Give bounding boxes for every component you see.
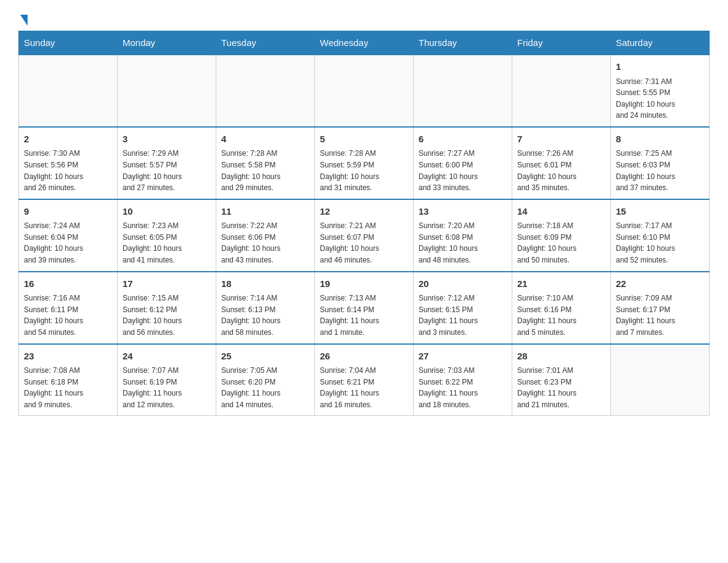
day-info: Sunrise: 7:21 AM Sunset: 6:07 PM Dayligh… bbox=[320, 220, 408, 266]
calendar-day-cell bbox=[315, 55, 414, 127]
day-number: 22 bbox=[616, 277, 704, 291]
day-info: Sunrise: 7:25 AM Sunset: 6:03 PM Dayligh… bbox=[616, 148, 704, 193]
day-info: Sunrise: 7:04 AM Sunset: 6:21 PM Dayligh… bbox=[320, 365, 408, 410]
day-number: 18 bbox=[221, 277, 309, 291]
calendar-day-cell: 13Sunrise: 7:20 AM Sunset: 6:08 PM Dayli… bbox=[414, 199, 512, 272]
weekday-header-thursday: Thursday bbox=[414, 31, 512, 55]
calendar-day-cell: 26Sunrise: 7:04 AM Sunset: 6:21 PM Dayli… bbox=[315, 344, 414, 416]
calendar-day-cell: 4Sunrise: 7:28 AM Sunset: 5:58 PM Daylig… bbox=[216, 127, 315, 199]
weekday-header-friday: Friday bbox=[512, 31, 611, 55]
calendar-day-cell: 14Sunrise: 7:18 AM Sunset: 6:09 PM Dayli… bbox=[512, 199, 611, 272]
day-info: Sunrise: 7:28 AM Sunset: 5:59 PM Dayligh… bbox=[320, 148, 408, 193]
calendar-day-cell bbox=[216, 55, 315, 127]
day-info: Sunrise: 7:03 AM Sunset: 6:22 PM Dayligh… bbox=[419, 365, 507, 410]
calendar-day-cell bbox=[19, 55, 118, 127]
calendar-day-cell: 5Sunrise: 7:28 AM Sunset: 5:59 PM Daylig… bbox=[315, 127, 414, 199]
calendar-day-cell: 11Sunrise: 7:22 AM Sunset: 6:06 PM Dayli… bbox=[216, 199, 315, 272]
weekday-header-monday: Monday bbox=[118, 31, 216, 55]
calendar-day-cell: 8Sunrise: 7:25 AM Sunset: 6:03 PM Daylig… bbox=[611, 127, 710, 199]
calendar-day-cell: 2Sunrise: 7:30 AM Sunset: 5:56 PM Daylig… bbox=[19, 127, 118, 199]
day-number: 5 bbox=[320, 132, 408, 147]
day-number: 10 bbox=[123, 205, 211, 219]
day-number: 24 bbox=[123, 350, 211, 364]
day-number: 28 bbox=[517, 350, 605, 364]
day-number: 12 bbox=[320, 205, 408, 219]
calendar-week-row: 9Sunrise: 7:24 AM Sunset: 6:04 PM Daylig… bbox=[19, 199, 710, 272]
day-info: Sunrise: 7:12 AM Sunset: 6:15 PM Dayligh… bbox=[419, 293, 507, 338]
weekday-header-tuesday: Tuesday bbox=[216, 31, 315, 55]
day-info: Sunrise: 7:24 AM Sunset: 6:04 PM Dayligh… bbox=[24, 220, 112, 266]
day-info: Sunrise: 7:31 AM Sunset: 5:55 PM Dayligh… bbox=[616, 76, 704, 121]
day-number: 8 bbox=[616, 132, 704, 147]
logo-arrow-icon bbox=[20, 15, 28, 26]
calendar-day-cell: 15Sunrise: 7:17 AM Sunset: 6:10 PM Dayli… bbox=[611, 199, 710, 272]
day-info: Sunrise: 7:28 AM Sunset: 5:58 PM Dayligh… bbox=[221, 148, 309, 193]
day-number: 21 bbox=[517, 277, 605, 291]
day-info: Sunrise: 7:09 AM Sunset: 6:17 PM Dayligh… bbox=[616, 293, 704, 338]
weekday-header-wednesday: Wednesday bbox=[315, 31, 414, 55]
calendar-day-cell: 3Sunrise: 7:29 AM Sunset: 5:57 PM Daylig… bbox=[118, 127, 216, 199]
day-info: Sunrise: 7:29 AM Sunset: 5:57 PM Dayligh… bbox=[123, 148, 211, 193]
weekday-header-sunday: Sunday bbox=[19, 31, 118, 55]
calendar-day-cell: 28Sunrise: 7:01 AM Sunset: 6:23 PM Dayli… bbox=[512, 344, 611, 416]
day-info: Sunrise: 7:08 AM Sunset: 6:18 PM Dayligh… bbox=[24, 365, 112, 410]
calendar-week-row: 2Sunrise: 7:30 AM Sunset: 5:56 PM Daylig… bbox=[19, 127, 710, 199]
day-number: 27 bbox=[419, 350, 507, 364]
day-number: 9 bbox=[24, 205, 112, 219]
calendar-day-cell: 12Sunrise: 7:21 AM Sunset: 6:07 PM Dayli… bbox=[315, 199, 414, 272]
day-number: 4 bbox=[221, 132, 309, 147]
day-info: Sunrise: 7:10 AM Sunset: 6:16 PM Dayligh… bbox=[517, 293, 605, 338]
calendar-day-cell: 10Sunrise: 7:23 AM Sunset: 6:05 PM Dayli… bbox=[118, 199, 216, 272]
day-number: 26 bbox=[320, 350, 408, 364]
calendar-day-cell bbox=[512, 55, 611, 127]
weekday-header-row: SundayMondayTuesdayWednesdayThursdayFrid… bbox=[19, 31, 710, 55]
logo bbox=[18, 12, 28, 25]
calendar-day-cell: 18Sunrise: 7:14 AM Sunset: 6:13 PM Dayli… bbox=[216, 272, 315, 344]
day-number: 11 bbox=[221, 205, 309, 219]
calendar-day-cell: 27Sunrise: 7:03 AM Sunset: 6:22 PM Dayli… bbox=[414, 344, 512, 416]
day-number: 3 bbox=[123, 132, 211, 147]
calendar-day-cell: 16Sunrise: 7:16 AM Sunset: 6:11 PM Dayli… bbox=[19, 272, 118, 344]
day-info: Sunrise: 7:15 AM Sunset: 6:12 PM Dayligh… bbox=[123, 293, 211, 338]
day-number: 20 bbox=[419, 277, 507, 291]
day-info: Sunrise: 7:30 AM Sunset: 5:56 PM Dayligh… bbox=[24, 148, 112, 193]
page-header bbox=[18, 12, 710, 25]
day-number: 25 bbox=[221, 350, 309, 364]
day-number: 6 bbox=[419, 132, 507, 147]
day-info: Sunrise: 7:23 AM Sunset: 6:05 PM Dayligh… bbox=[123, 220, 211, 266]
day-info: Sunrise: 7:13 AM Sunset: 6:14 PM Dayligh… bbox=[320, 293, 408, 338]
calendar-day-cell: 19Sunrise: 7:13 AM Sunset: 6:14 PM Dayli… bbox=[315, 272, 414, 344]
day-number: 23 bbox=[24, 350, 112, 364]
day-number: 17 bbox=[123, 277, 211, 291]
day-number: 13 bbox=[419, 205, 507, 219]
day-number: 7 bbox=[517, 132, 605, 147]
calendar-week-row: 1Sunrise: 7:31 AM Sunset: 5:55 PM Daylig… bbox=[19, 55, 710, 127]
calendar-day-cell bbox=[414, 55, 512, 127]
day-number: 19 bbox=[320, 277, 408, 291]
day-info: Sunrise: 7:07 AM Sunset: 6:19 PM Dayligh… bbox=[123, 365, 211, 410]
day-number: 14 bbox=[517, 205, 605, 219]
day-info: Sunrise: 7:27 AM Sunset: 6:00 PM Dayligh… bbox=[419, 148, 507, 193]
calendar-day-cell: 6Sunrise: 7:27 AM Sunset: 6:00 PM Daylig… bbox=[414, 127, 512, 199]
day-info: Sunrise: 7:22 AM Sunset: 6:06 PM Dayligh… bbox=[221, 220, 309, 266]
calendar-day-cell bbox=[611, 344, 710, 416]
day-info: Sunrise: 7:18 AM Sunset: 6:09 PM Dayligh… bbox=[517, 220, 605, 266]
calendar-day-cell: 9Sunrise: 7:24 AM Sunset: 6:04 PM Daylig… bbox=[19, 199, 118, 272]
day-info: Sunrise: 7:14 AM Sunset: 6:13 PM Dayligh… bbox=[221, 293, 309, 338]
calendar-day-cell: 24Sunrise: 7:07 AM Sunset: 6:19 PM Dayli… bbox=[118, 344, 216, 416]
day-number: 15 bbox=[616, 205, 704, 219]
day-info: Sunrise: 7:26 AM Sunset: 6:01 PM Dayligh… bbox=[517, 148, 605, 193]
calendar-day-cell bbox=[118, 55, 216, 127]
calendar-table: SundayMondayTuesdayWednesdayThursdayFrid… bbox=[18, 31, 710, 416]
calendar-day-cell: 1Sunrise: 7:31 AM Sunset: 5:55 PM Daylig… bbox=[611, 55, 710, 127]
calendar-day-cell: 22Sunrise: 7:09 AM Sunset: 6:17 PM Dayli… bbox=[611, 272, 710, 344]
calendar-day-cell: 7Sunrise: 7:26 AM Sunset: 6:01 PM Daylig… bbox=[512, 127, 611, 199]
calendar-day-cell: 20Sunrise: 7:12 AM Sunset: 6:15 PM Dayli… bbox=[414, 272, 512, 344]
weekday-header-saturday: Saturday bbox=[611, 31, 710, 55]
calendar-day-cell: 17Sunrise: 7:15 AM Sunset: 6:12 PM Dayli… bbox=[118, 272, 216, 344]
day-number: 16 bbox=[24, 277, 112, 291]
day-number: 2 bbox=[24, 132, 112, 147]
calendar-day-cell: 23Sunrise: 7:08 AM Sunset: 6:18 PM Dayli… bbox=[19, 344, 118, 416]
day-info: Sunrise: 7:05 AM Sunset: 6:20 PM Dayligh… bbox=[221, 365, 309, 410]
day-info: Sunrise: 7:16 AM Sunset: 6:11 PM Dayligh… bbox=[24, 293, 112, 338]
